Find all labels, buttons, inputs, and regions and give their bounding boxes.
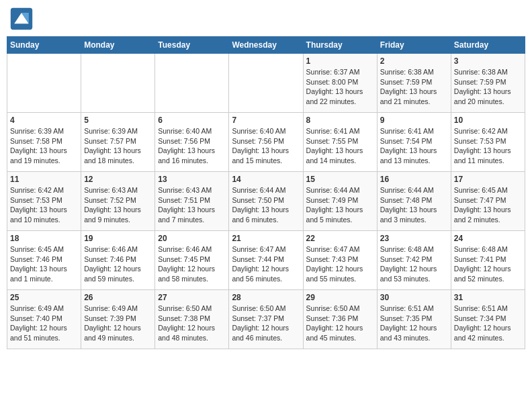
day-number: 18 bbox=[10, 234, 78, 243]
calendar-cell: 26Sunrise: 6:49 AM Sunset: 7:39 PM Dayli… bbox=[81, 290, 155, 349]
calendar-cell: 25Sunrise: 6:49 AM Sunset: 7:40 PM Dayli… bbox=[7, 290, 81, 349]
day-number: 9 bbox=[380, 116, 448, 125]
calendar-cell: 14Sunrise: 6:44 AM Sunset: 7:50 PM Dayli… bbox=[229, 172, 303, 231]
calendar-cell: 21Sunrise: 6:47 AM Sunset: 7:44 PM Dayli… bbox=[229, 231, 303, 290]
day-info: Sunrise: 6:40 AM Sunset: 7:56 PM Dayligh… bbox=[232, 126, 300, 166]
logo-icon bbox=[9, 7, 34, 31]
weekday-header-wednesday: Wednesday bbox=[229, 37, 303, 54]
day-number: 20 bbox=[158, 234, 226, 243]
day-number: 8 bbox=[306, 116, 374, 125]
calendar-cell: 8Sunrise: 6:41 AM Sunset: 7:55 PM Daylig… bbox=[303, 113, 377, 172]
day-number: 31 bbox=[454, 293, 522, 302]
calendar-cell: 23Sunrise: 6:48 AM Sunset: 7:42 PM Dayli… bbox=[377, 231, 451, 290]
day-number: 5 bbox=[84, 116, 152, 125]
calendar-cell: 17Sunrise: 6:45 AM Sunset: 7:47 PM Dayli… bbox=[451, 172, 525, 231]
calendar-cell: 22Sunrise: 6:47 AM Sunset: 7:43 PM Dayli… bbox=[303, 231, 377, 290]
day-info: Sunrise: 6:48 AM Sunset: 7:41 PM Dayligh… bbox=[454, 244, 522, 284]
day-number: 7 bbox=[232, 116, 300, 125]
calendar-cell: 19Sunrise: 6:46 AM Sunset: 7:46 PM Dayli… bbox=[81, 231, 155, 290]
day-info: Sunrise: 6:41 AM Sunset: 7:54 PM Dayligh… bbox=[380, 126, 448, 166]
day-info: Sunrise: 6:42 AM Sunset: 7:53 PM Dayligh… bbox=[454, 126, 522, 166]
day-info: Sunrise: 6:39 AM Sunset: 7:57 PM Dayligh… bbox=[84, 126, 152, 166]
weekday-header-friday: Friday bbox=[377, 37, 451, 54]
day-number: 1 bbox=[306, 56, 374, 66]
calendar-week-1: 1Sunrise: 6:37 AM Sunset: 8:00 PM Daylig… bbox=[7, 54, 525, 113]
day-info: Sunrise: 6:51 AM Sunset: 7:35 PM Dayligh… bbox=[380, 304, 448, 343]
calendar-cell: 20Sunrise: 6:46 AM Sunset: 7:45 PM Dayli… bbox=[155, 231, 229, 290]
day-number: 28 bbox=[232, 293, 300, 302]
day-info: Sunrise: 6:47 AM Sunset: 7:43 PM Dayligh… bbox=[306, 244, 374, 284]
calendar-cell: 6Sunrise: 6:40 AM Sunset: 7:56 PM Daylig… bbox=[155, 113, 229, 172]
calendar-week-5: 25Sunrise: 6:49 AM Sunset: 7:40 PM Dayli… bbox=[7, 290, 525, 349]
day-info: Sunrise: 6:47 AM Sunset: 7:44 PM Dayligh… bbox=[232, 244, 300, 284]
calendar-cell: 30Sunrise: 6:51 AM Sunset: 7:35 PM Dayli… bbox=[377, 290, 451, 349]
calendar-cell: 12Sunrise: 6:43 AM Sunset: 7:52 PM Dayli… bbox=[81, 172, 155, 231]
day-info: Sunrise: 6:38 AM Sunset: 7:59 PM Dayligh… bbox=[454, 67, 522, 107]
day-number: 17 bbox=[454, 175, 522, 184]
day-info: Sunrise: 6:44 AM Sunset: 7:48 PM Dayligh… bbox=[380, 185, 448, 225]
day-number: 11 bbox=[10, 175, 78, 184]
calendar-cell: 24Sunrise: 6:48 AM Sunset: 7:41 PM Dayli… bbox=[451, 231, 525, 290]
weekday-header-tuesday: Tuesday bbox=[155, 37, 229, 54]
calendar-cell: 29Sunrise: 6:50 AM Sunset: 7:36 PM Dayli… bbox=[303, 290, 377, 349]
day-number: 23 bbox=[380, 234, 448, 243]
day-number: 15 bbox=[306, 175, 374, 184]
calendar-cell: 7Sunrise: 6:40 AM Sunset: 7:56 PM Daylig… bbox=[229, 113, 303, 172]
calendar-cell bbox=[7, 54, 81, 113]
day-info: Sunrise: 6:44 AM Sunset: 7:50 PM Dayligh… bbox=[232, 185, 300, 225]
day-info: Sunrise: 6:45 AM Sunset: 7:47 PM Dayligh… bbox=[454, 185, 522, 225]
day-info: Sunrise: 6:41 AM Sunset: 7:55 PM Dayligh… bbox=[306, 126, 374, 166]
calendar-cell: 2Sunrise: 6:38 AM Sunset: 7:59 PM Daylig… bbox=[377, 54, 451, 113]
day-number: 12 bbox=[84, 175, 152, 184]
day-info: Sunrise: 6:46 AM Sunset: 7:45 PM Dayligh… bbox=[158, 244, 226, 284]
day-number: 6 bbox=[158, 116, 226, 125]
day-number: 16 bbox=[380, 175, 448, 184]
calendar-header: SundayMondayTuesdayWednesdayThursdayFrid… bbox=[7, 37, 525, 54]
day-info: Sunrise: 6:38 AM Sunset: 7:59 PM Dayligh… bbox=[380, 67, 448, 107]
calendar-cell: 11Sunrise: 6:42 AM Sunset: 7:53 PM Dayli… bbox=[7, 172, 81, 231]
calendar-week-2: 4Sunrise: 6:39 AM Sunset: 7:58 PM Daylig… bbox=[7, 113, 525, 172]
day-info: Sunrise: 6:45 AM Sunset: 7:46 PM Dayligh… bbox=[10, 244, 78, 284]
calendar-table: SundayMondayTuesdayWednesdayThursdayFrid… bbox=[7, 36, 525, 349]
page-header bbox=[7, 7, 525, 31]
day-info: Sunrise: 6:48 AM Sunset: 7:42 PM Dayligh… bbox=[380, 244, 448, 284]
day-info: Sunrise: 6:50 AM Sunset: 7:38 PM Dayligh… bbox=[158, 304, 226, 343]
calendar-cell: 10Sunrise: 6:42 AM Sunset: 7:53 PM Dayli… bbox=[451, 113, 525, 172]
day-info: Sunrise: 6:49 AM Sunset: 7:39 PM Dayligh… bbox=[84, 304, 152, 343]
calendar-cell: 13Sunrise: 6:43 AM Sunset: 7:51 PM Dayli… bbox=[155, 172, 229, 231]
logo bbox=[9, 7, 36, 31]
day-info: Sunrise: 6:43 AM Sunset: 7:52 PM Dayligh… bbox=[84, 185, 152, 225]
calendar-cell: 16Sunrise: 6:44 AM Sunset: 7:48 PM Dayli… bbox=[377, 172, 451, 231]
day-number: 2 bbox=[380, 56, 448, 66]
day-info: Sunrise: 6:39 AM Sunset: 7:58 PM Dayligh… bbox=[10, 126, 78, 166]
calendar-cell bbox=[155, 54, 229, 113]
weekday-header-thursday: Thursday bbox=[303, 37, 377, 54]
day-number: 3 bbox=[454, 56, 522, 66]
day-info: Sunrise: 6:49 AM Sunset: 7:40 PM Dayligh… bbox=[10, 304, 78, 343]
calendar-cell: 15Sunrise: 6:44 AM Sunset: 7:49 PM Dayli… bbox=[303, 172, 377, 231]
calendar-cell: 9Sunrise: 6:41 AM Sunset: 7:54 PM Daylig… bbox=[377, 113, 451, 172]
weekday-header-monday: Monday bbox=[81, 37, 155, 54]
weekday-header-saturday: Saturday bbox=[451, 37, 525, 54]
calendar-cell: 27Sunrise: 6:50 AM Sunset: 7:38 PM Dayli… bbox=[155, 290, 229, 349]
calendar-cell: 18Sunrise: 6:45 AM Sunset: 7:46 PM Dayli… bbox=[7, 231, 81, 290]
calendar-cell: 1Sunrise: 6:37 AM Sunset: 8:00 PM Daylig… bbox=[303, 54, 377, 113]
calendar-cell: 28Sunrise: 6:50 AM Sunset: 7:37 PM Dayli… bbox=[229, 290, 303, 349]
day-info: Sunrise: 6:50 AM Sunset: 7:36 PM Dayligh… bbox=[306, 304, 374, 343]
day-number: 25 bbox=[10, 293, 78, 302]
day-number: 21 bbox=[232, 234, 300, 243]
day-info: Sunrise: 6:43 AM Sunset: 7:51 PM Dayligh… bbox=[158, 185, 226, 225]
day-number: 26 bbox=[84, 293, 152, 302]
calendar-cell: 5Sunrise: 6:39 AM Sunset: 7:57 PM Daylig… bbox=[81, 113, 155, 172]
calendar-week-3: 11Sunrise: 6:42 AM Sunset: 7:53 PM Dayli… bbox=[7, 172, 525, 231]
day-number: 19 bbox=[84, 234, 152, 243]
day-info: Sunrise: 6:50 AM Sunset: 7:37 PM Dayligh… bbox=[232, 304, 300, 343]
day-info: Sunrise: 6:42 AM Sunset: 7:53 PM Dayligh… bbox=[10, 185, 78, 225]
day-number: 4 bbox=[10, 116, 78, 125]
day-number: 30 bbox=[380, 293, 448, 302]
day-info: Sunrise: 6:37 AM Sunset: 8:00 PM Dayligh… bbox=[306, 67, 374, 107]
weekday-header-sunday: Sunday bbox=[7, 37, 81, 54]
day-info: Sunrise: 6:51 AM Sunset: 7:34 PM Dayligh… bbox=[454, 304, 522, 343]
day-info: Sunrise: 6:40 AM Sunset: 7:56 PM Dayligh… bbox=[158, 126, 226, 166]
day-number: 13 bbox=[158, 175, 226, 184]
